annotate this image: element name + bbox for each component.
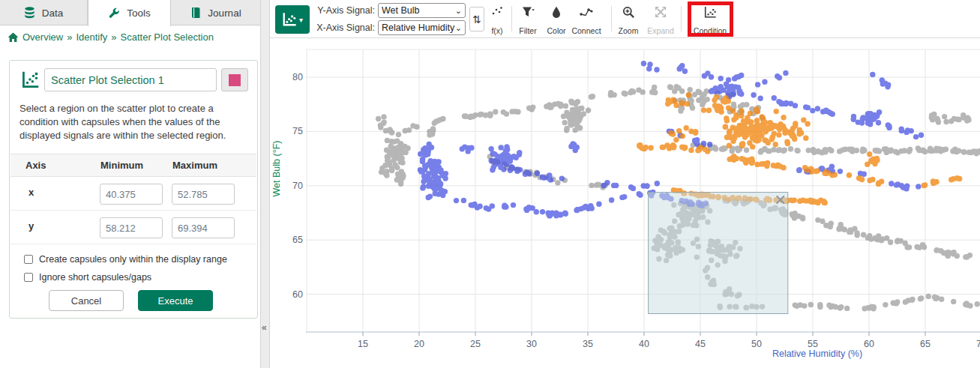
svg-text:30: 30 bbox=[526, 339, 537, 349]
scatter-plot-region: ▾ Y-Axis Signal: Wet Bulb ⌄ X-Axis Signa… bbox=[270, 0, 980, 368]
tab-journal-label: Journal bbox=[208, 7, 241, 19]
scatter-plot[interactable]: 1520253035404550556065706065707580Wet Bu… bbox=[270, 38, 980, 368]
svg-text:25: 25 bbox=[470, 339, 481, 349]
ignore-short-checkbox[interactable] bbox=[24, 273, 33, 282]
table-row-y: y bbox=[10, 211, 256, 244]
panel-description: Select a region on the scatter plot to c… bbox=[19, 102, 250, 142]
fx-tool-button[interactable]: f(x) bbox=[485, 4, 509, 35]
tab-data[interactable]: Data bbox=[0, 0, 88, 25]
toolbar-separator bbox=[511, 6, 512, 31]
swap-axes-button[interactable]: ⇅ bbox=[469, 7, 484, 31]
svg-text:60: 60 bbox=[864, 339, 874, 349]
toolbar-separator bbox=[611, 6, 612, 31]
zoom-button[interactable]: Zoom bbox=[615, 4, 642, 35]
x-axis-signal-label: X-Axis Signal: bbox=[313, 20, 375, 35]
expand-arrows-icon bbox=[655, 6, 667, 21]
svg-text:65: 65 bbox=[920, 339, 931, 349]
tab-bar: Data Tools Journal bbox=[0, 0, 260, 25]
tab-journal[interactable]: Journal bbox=[171, 0, 260, 25]
chart-area: 1520253035404550556065706065707580Wet Bu… bbox=[270, 38, 980, 368]
connect-button[interactable]: Connect bbox=[568, 4, 604, 35]
color-button[interactable]: Color bbox=[543, 4, 570, 35]
axis-x-label: x bbox=[28, 187, 34, 198]
panel-collapse-gutter: « bbox=[260, 0, 270, 368]
svg-text:35: 35 bbox=[583, 339, 593, 349]
y-maximum-input[interactable] bbox=[172, 217, 235, 238]
scatter-plot-selection-panel: Select a region on the scatter plot to c… bbox=[9, 60, 258, 319]
column-maximum: Maximum bbox=[172, 160, 217, 171]
fx-sparkle-icon bbox=[491, 6, 503, 19]
y-minimum-input[interactable] bbox=[100, 217, 163, 238]
magnifier-icon bbox=[622, 6, 635, 22]
cancel-button[interactable]: Cancel bbox=[49, 290, 124, 311]
checkbox-row-display-range: Create capsules only within the display … bbox=[24, 254, 227, 265]
condition-scatter-icon bbox=[703, 6, 717, 22]
svg-text:80: 80 bbox=[292, 72, 303, 82]
swap-axes-icon: ⇅ bbox=[472, 13, 481, 25]
chevron-down-icon: ⌄ bbox=[455, 6, 462, 16]
breadcrumb-identify[interactable]: Identify bbox=[76, 31, 107, 43]
table-row-x: x bbox=[10, 177, 256, 211]
chevron-down-icon: ⌄ bbox=[455, 23, 462, 33]
color-swatch-button[interactable] bbox=[221, 68, 248, 91]
tab-tools[interactable]: Tools bbox=[88, 0, 171, 26]
database-icon bbox=[24, 7, 35, 19]
droplet-icon bbox=[552, 6, 561, 21]
fx-label: f(x) bbox=[491, 26, 502, 35]
tab-data-label: Data bbox=[42, 7, 64, 19]
column-axis: Axis bbox=[25, 160, 46, 171]
wrench-icon bbox=[108, 7, 120, 19]
y-axis: 6065707580 bbox=[292, 72, 303, 300]
collapse-panel-button[interactable]: « bbox=[262, 322, 267, 333]
display-range-label: Create capsules only within the display … bbox=[39, 254, 227, 265]
column-minimum: Minimum bbox=[100, 160, 143, 171]
breadcrumb-current: Scatter Plot Selection bbox=[121, 31, 214, 43]
y-axis-signal-value: Wet Bulb bbox=[382, 5, 455, 16]
svg-text:15: 15 bbox=[358, 339, 368, 349]
x-axis-signal-value: Relative Humidity bbox=[382, 22, 455, 33]
condition-button[interactable]: Condition bbox=[691, 4, 729, 35]
execute-button[interactable]: Execute bbox=[138, 290, 213, 311]
breadcrumb: Overview » Identify » Scatter Plot Selec… bbox=[7, 31, 214, 43]
axis-table-header: Axis Minimum Maximum bbox=[10, 154, 256, 177]
selection-region[interactable] bbox=[649, 193, 788, 314]
book-icon bbox=[190, 7, 201, 19]
color-swatch-square bbox=[229, 74, 241, 86]
scatter-chart-icon bbox=[282, 12, 297, 27]
filter-label: Filter bbox=[519, 26, 536, 35]
toolbar-separator bbox=[681, 6, 682, 31]
condition-name-input[interactable] bbox=[44, 68, 217, 91]
x-maximum-input[interactable] bbox=[172, 184, 235, 205]
svg-text:45: 45 bbox=[695, 339, 706, 349]
y-axis-signal-label: Y-Axis Signal: bbox=[313, 3, 375, 18]
tab-tools-label: Tools bbox=[127, 7, 151, 19]
connect-label: Connect bbox=[571, 26, 601, 35]
chart-type-dropdown-button[interactable]: ▾ bbox=[275, 5, 310, 34]
left-panel: Data Tools Journal Overview » bbox=[0, 0, 260, 368]
svg-text:65: 65 bbox=[292, 235, 303, 245]
condition-label: Condition bbox=[694, 26, 727, 35]
x-axis: 152025303540455055606570 bbox=[306, 332, 980, 349]
svg-text:70: 70 bbox=[976, 339, 980, 349]
checkbox-row-ignore-short: Ignore short capsules/gaps bbox=[24, 272, 151, 283]
breadcrumb-separator: » bbox=[111, 31, 116, 43]
expand-button[interactable]: Expand bbox=[645, 4, 676, 35]
ignore-short-label: Ignore short capsules/gaps bbox=[39, 272, 151, 283]
breadcrumb-overview[interactable]: Overview bbox=[22, 31, 63, 43]
x-axis-signal-select[interactable]: Relative Humidity ⌄ bbox=[378, 20, 466, 35]
y-axis-title: Wet Bulb (°F) bbox=[271, 141, 282, 197]
display-range-checkbox[interactable] bbox=[24, 255, 33, 264]
svg-text:40: 40 bbox=[639, 339, 649, 349]
svg-text:75: 75 bbox=[292, 126, 303, 136]
svg-text:55: 55 bbox=[808, 339, 818, 349]
chart-toolbar: ▾ Y-Axis Signal: Wet Bulb ⌄ X-Axis Signa… bbox=[270, 0, 980, 38]
x-minimum-input[interactable] bbox=[100, 184, 163, 205]
svg-text:50: 50 bbox=[751, 339, 762, 349]
axis-y-label: y bbox=[28, 220, 34, 232]
svg-text:20: 20 bbox=[414, 339, 424, 349]
filter-button[interactable]: Filter bbox=[514, 4, 541, 35]
home-icon[interactable] bbox=[7, 32, 19, 43]
y-axis-signal-select[interactable]: Wet Bulb ⌄ bbox=[378, 3, 466, 18]
x-axis-title: Relative Humidity (%) bbox=[772, 349, 862, 359]
expand-label: Expand bbox=[647, 26, 674, 35]
